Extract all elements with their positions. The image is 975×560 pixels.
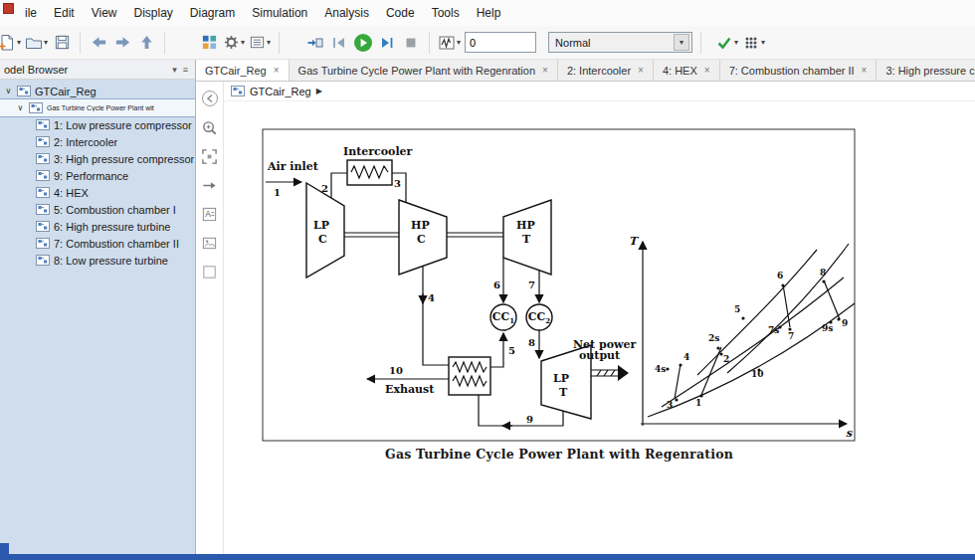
- model-browser-panel: odel Browser ▾ ≡ ∨ GTCair_Reg ∨ Gas Turb…: [0, 60, 196, 554]
- simulation-mode-select[interactable]: Normal ▾: [548, 32, 692, 53]
- tab-bar: GTCair_Reg × Gas Turbine Cycle Power Pla…: [196, 60, 975, 82]
- step-forward-button[interactable]: [377, 31, 397, 55]
- caret-down-icon: ▾: [241, 39, 245, 47]
- run-button[interactable]: [353, 31, 373, 55]
- build-button[interactable]: ▾: [742, 31, 765, 55]
- panel-caret-button[interactable]: ▾: [169, 65, 180, 75]
- plant-figure: Air inlet Intercooler LP C HP C HP T LP …: [262, 128, 857, 443]
- figure-caption: Gas Turbine Cycle Power Plant with Regen…: [262, 447, 857, 462]
- chevron-down-icon[interactable]: ∨: [16, 103, 25, 112]
- ts-diagram: T s 314s42s2567s789s910: [629, 235, 855, 440]
- image-icon: [201, 235, 218, 252]
- tab-hex[interactable]: 4: HEX ×: [654, 60, 720, 81]
- subsystem-icon: [36, 238, 50, 249]
- close-icon[interactable]: ×: [274, 65, 280, 76]
- fit-to-view-button[interactable]: [201, 148, 218, 168]
- forward-button[interactable]: [112, 31, 132, 55]
- breadcrumb-arrow-icon[interactable]: ▶: [316, 87, 322, 95]
- tree-item-subsystem[interactable]: ∨ Gas Turbine Cycle Power Plant wit: [0, 99, 195, 116]
- menu-item-code[interactable]: Code: [386, 6, 415, 20]
- svg-text:C: C: [417, 233, 426, 246]
- chevron-down-icon[interactable]: ∨: [4, 87, 13, 95]
- tree-item[interactable]: 9: Performance: [0, 167, 195, 184]
- menu-item-edit[interactable]: Edit: [54, 6, 75, 20]
- tree-item[interactable]: 2: Intercooler: [0, 133, 195, 150]
- tree-item[interactable]: 7: Combustion chamber II: [0, 235, 195, 252]
- menu-item-display[interactable]: Display: [134, 6, 173, 20]
- tab-intercooler[interactable]: 2: Intercooler ×: [558, 60, 654, 81]
- open-button[interactable]: ▾: [25, 31, 48, 55]
- back-button[interactable]: [89, 31, 108, 55]
- svg-text:2: 2: [723, 354, 729, 364]
- tree-item-label: 6: High pressure turbine: [54, 221, 170, 233]
- tab-combustion-2[interactable]: 7: Combustion chamber II ×: [720, 60, 878, 81]
- caret-down-icon: ▾: [457, 39, 461, 47]
- tree-item[interactable]: 3: High pressure compressor: [0, 150, 195, 167]
- svg-text:7: 7: [788, 331, 794, 341]
- configuration-button[interactable]: ▾: [249, 31, 271, 55]
- svg-text:HP: HP: [516, 219, 535, 232]
- svg-text:C: C: [318, 233, 327, 246]
- tree-item[interactable]: 1: Low pressure compressor: [0, 116, 195, 133]
- goto-block-button[interactable]: [305, 31, 325, 55]
- panel-menu-button[interactable]: ≡: [180, 65, 191, 75]
- shape-button[interactable]: [201, 264, 218, 283]
- model-browser-tree: ∨ GTCair_Reg ∨ Gas Turbine Cycle Power P…: [0, 80, 195, 554]
- taskbar-corner: [0, 543, 9, 555]
- tree-item[interactable]: 8: Low pressure turbine: [0, 252, 195, 269]
- svg-text:8: 8: [528, 337, 535, 348]
- image-button[interactable]: [201, 235, 218, 255]
- navigate-back-button[interactable]: [201, 90, 219, 110]
- data-inspector-button[interactable]: ▾: [438, 31, 461, 55]
- model-canvas[interactable]: GTCair_Reg ▶: [224, 82, 975, 554]
- caret-down-icon: ▾: [267, 39, 271, 47]
- close-icon[interactable]: ×: [542, 65, 548, 76]
- simulation-time-input[interactable]: [465, 32, 536, 53]
- stop-icon: [403, 35, 419, 51]
- breadcrumb[interactable]: GTCair_Reg ▶: [224, 82, 975, 101]
- save-button[interactable]: [52, 31, 72, 55]
- svg-text:CC1: CC1: [492, 310, 515, 325]
- zoom-button[interactable]: [201, 119, 218, 139]
- forward-arrow-icon: [114, 34, 131, 51]
- new-model-button[interactable]: ▾: [0, 31, 21, 55]
- subsystem-icon: [17, 86, 31, 96]
- svg-text:9: 9: [842, 318, 848, 328]
- step-back-button[interactable]: [329, 31, 349, 55]
- menu-item-simulation[interactable]: Simulation: [252, 6, 307, 20]
- tree-item[interactable]: 6: High pressure turbine: [0, 218, 195, 235]
- ts-points: 314s42s2567s789s910: [655, 268, 848, 410]
- library-browser-button[interactable]: [199, 31, 219, 55]
- tree-item-root[interactable]: ∨ GTCair_Reg: [0, 83, 195, 99]
- tab-gtcair-reg[interactable]: GTCair_Reg ×: [196, 60, 290, 81]
- update-diagram-button[interactable]: ▾: [715, 31, 738, 55]
- close-icon[interactable]: ×: [638, 65, 644, 76]
- tab-hp-compressor[interactable]: 3: High pressure compressor ×: [877, 60, 975, 81]
- subsystem-icon: [29, 102, 43, 113]
- menu-item-analysis[interactable]: Analysis: [324, 6, 369, 20]
- menu-item-file[interactable]: ile: [25, 6, 37, 20]
- auto-arrange-button[interactable]: [201, 177, 218, 197]
- svg-text:Intercooler: Intercooler: [343, 145, 413, 158]
- close-icon[interactable]: ×: [862, 65, 868, 76]
- model-settings-button[interactable]: ▾: [223, 31, 245, 55]
- menu-item-diagram[interactable]: Diagram: [190, 6, 235, 20]
- subsystem-icon: [36, 153, 50, 164]
- back-circle-icon: [201, 90, 219, 107]
- annotation-button[interactable]: A: [201, 206, 218, 226]
- close-icon[interactable]: ×: [704, 65, 710, 76]
- navigate-block-icon: [306, 34, 324, 52]
- tree-item[interactable]: 4: HEX: [0, 184, 195, 201]
- plant-figure-annotation[interactable]: Air inlet Intercooler LP C HP C HP T LP …: [262, 128, 857, 462]
- stop-button[interactable]: [401, 31, 421, 55]
- breadcrumb-label: GTCair_Reg: [250, 86, 311, 97]
- tree-item[interactable]: 5: Combustion chamber I: [0, 201, 195, 218]
- svg-text:1: 1: [695, 398, 701, 408]
- menu-item-help[interactable]: Help: [477, 6, 501, 20]
- schematic: [266, 160, 629, 426]
- up-button[interactable]: [136, 31, 156, 55]
- svg-text:T: T: [522, 233, 531, 246]
- tab-plant[interactable]: Gas Turbine Cycle Power Plant with Regen…: [290, 60, 558, 81]
- menu-item-tools[interactable]: Tools: [432, 6, 460, 20]
- menu-item-view[interactable]: View: [92, 6, 117, 20]
